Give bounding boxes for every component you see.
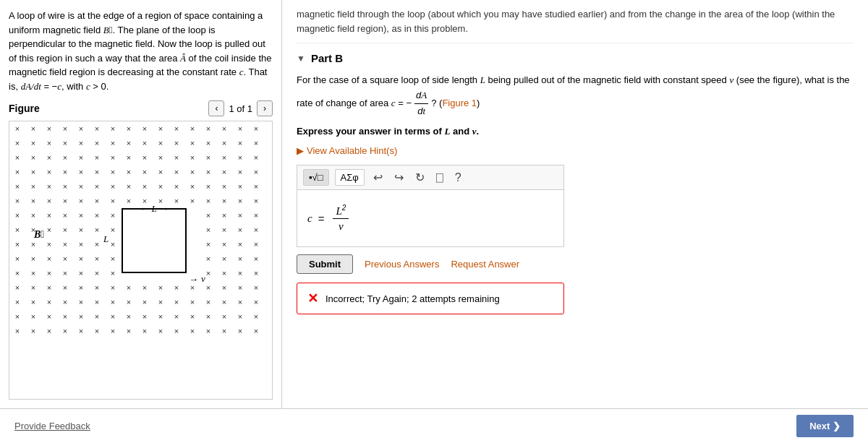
hint-arrow-icon: ▶ — [297, 145, 304, 156]
answer-fraction: L2 v — [333, 204, 349, 233]
part-b-header[interactable]: ▼ Part B — [297, 52, 854, 64]
part-b-question: For the case of a square loop of side le… — [297, 73, 854, 119]
next-label: Next ❯ — [809, 421, 841, 431]
wire-loop — [122, 208, 187, 273]
redo-btn[interactable]: ↪ — [391, 169, 407, 186]
answer-input-area[interactable]: c = L2 v — [297, 189, 564, 247]
v-arrow: → v — [189, 273, 205, 285]
hint-link[interactable]: ▶ View Available Hint(s) — [297, 145, 854, 156]
left-panel: A loop of wire is at the edge of a regio… — [0, 0, 282, 408]
equals-sign: = — [318, 212, 325, 225]
figure-prev-btn[interactable]: ‹ — [208, 100, 224, 116]
error-icon: ✕ — [307, 291, 318, 306]
top-text: magnetic field through the loop (about w… — [297, 0, 854, 43]
part-b-label: Part B — [311, 52, 343, 64]
error-message: Incorrect; Try Again; 2 attempts remaini… — [326, 293, 500, 304]
footer: Provide Feedback Next ❯ — [0, 408, 868, 443]
symbol-btn[interactable]: ΑΣφ — [335, 169, 365, 186]
figure-area: Figure ‹ 1 of 1 › ××××××××××××××××××××××… — [9, 100, 273, 400]
l-label-top: ← L → — [122, 203, 187, 215]
right-panel: magnetic field through the loop (about w… — [282, 0, 868, 408]
provide-feedback-link[interactable]: Provide Feedback — [14, 421, 90, 431]
next-button[interactable]: Next ❯ — [796, 415, 854, 437]
collapse-icon: ▼ — [297, 53, 305, 64]
part-b-section: ▼ Part B For the case of a square loop o… — [297, 43, 854, 330]
problem-text: A loop of wire is at the edge of a regio… — [9, 9, 273, 93]
part-b-instruction: Express your answer in terms of L and v. — [297, 124, 854, 139]
undo-btn[interactable]: ↩ — [370, 169, 386, 186]
formula-btn[interactable]: ▪√□ — [303, 169, 329, 186]
error-box: ✕ Incorrect; Try Again; 2 attempts remai… — [297, 283, 564, 314]
math-toolbar: ▪√□ ΑΣφ ↩ ↪ ↻ ⎕ ? — [297, 165, 564, 189]
figure-canvas: ××××××××××××××××××××××××××××××××××××××××… — [9, 121, 273, 400]
figure-title: Figure — [9, 103, 40, 114]
answer-c-label: c — [307, 212, 312, 225]
figure-page: 1 of 1 — [229, 103, 252, 114]
previous-answers-link[interactable]: Previous Answers — [365, 259, 439, 270]
help-btn[interactable]: ? — [452, 170, 464, 186]
answer-numerator: L2 — [333, 204, 349, 219]
action-row: Submit Previous Answers Request Answer — [297, 254, 854, 274]
figure1-link[interactable]: Figure 1 — [442, 98, 477, 108]
footer-left: Provide Feedback — [14, 421, 90, 431]
keyboard-btn[interactable]: ⎕ — [433, 170, 446, 186]
answer-equation: c = L2 v — [307, 204, 352, 233]
figure-nav: ‹ 1 of 1 › — [208, 100, 273, 116]
submit-button[interactable]: Submit — [297, 254, 353, 274]
hint-link-text: View Available Hint(s) — [307, 145, 397, 156]
b-field-label: B⃗ — [34, 228, 44, 241]
reset-btn[interactable]: ↻ — [412, 169, 427, 186]
request-answer-link[interactable]: Request Answer — [451, 259, 519, 270]
figure-next-btn[interactable]: › — [257, 100, 273, 116]
l-label-left: L — [103, 233, 109, 245]
answer-denominator: v — [336, 219, 346, 233]
